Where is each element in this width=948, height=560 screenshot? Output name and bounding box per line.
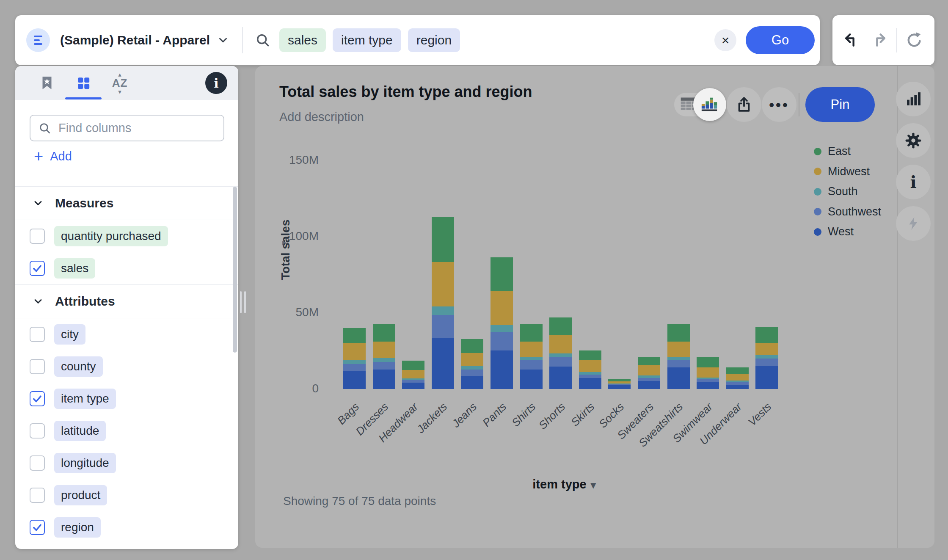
answer-title[interactable]: Total sales by item type and region [279,83,532,101]
bar-shorts-southwest[interactable] [549,357,572,367]
search-token-region[interactable]: region [408,28,460,52]
spotiq-button[interactable] [896,206,931,241]
bar-vests-south[interactable] [755,355,778,359]
menu-icon[interactable] [26,28,50,52]
chart-view-button-active[interactable] [693,88,726,121]
legend-item-west[interactable]: West [814,225,854,238]
more-options-button[interactable]: ••• [762,87,796,122]
bar-shorts-midwest[interactable] [549,335,572,353]
bar-socks-south[interactable] [608,383,631,384]
bar-underwear-east[interactable] [726,367,749,374]
bar-jackets-midwest[interactable] [432,262,454,306]
bar-shirts-southwest[interactable] [520,360,543,370]
column-chip-product[interactable]: product [54,485,107,505]
bar-underwear-south[interactable] [726,381,749,382]
bar-bags-southwest[interactable] [343,364,366,371]
bar-socks-midwest[interactable] [608,381,631,383]
chart-config-button[interactable] [896,82,931,116]
add-column-button[interactable]: + Add [34,146,72,166]
bar-vests-midwest[interactable] [755,343,778,355]
legend-item-south[interactable]: South [814,185,858,198]
bar-sweaters-east[interactable] [638,357,660,365]
bar-underwear-midwest[interactable] [726,374,749,381]
bar-dresses-southwest[interactable] [373,362,395,370]
bar-jackets-southwest[interactable] [432,315,454,338]
checkbox-product[interactable] [30,488,45,503]
bar-sweatshirts-west[interactable] [667,367,690,389]
bar-skirts-midwest[interactable] [579,360,601,372]
bar-dresses-midwest[interactable] [373,342,395,358]
bar-vests-west[interactable] [755,366,778,389]
bar-underwear-southwest[interactable] [726,382,749,385]
checkbox-region[interactable] [30,520,45,535]
bar-jackets-east[interactable] [432,217,454,262]
share-button[interactable] [727,87,761,122]
redo-icon[interactable] [869,31,888,50]
legend-item-east[interactable]: East [814,145,851,158]
bar-pants-west[interactable] [491,350,513,389]
datasource-selector[interactable]: (Sample) Retail - Apparel [60,33,210,47]
bar-bags-south[interactable] [343,360,366,364]
bar-bags-west[interactable] [343,371,366,389]
settings-button[interactable] [896,123,931,158]
bar-sweaters-midwest[interactable] [638,365,660,375]
legend-item-midwest[interactable]: Midwest [814,165,870,178]
bar-dresses-east[interactable] [373,324,395,341]
find-columns-input[interactable] [58,121,212,135]
bar-headwear-east[interactable] [402,361,424,370]
go-button[interactable]: Go [746,26,815,54]
bar-jeans-east[interactable] [461,339,483,353]
bar-headwear-midwest[interactable] [402,370,424,378]
bar-sweatshirts-south[interactable] [667,357,690,360]
bar-bags-east[interactable] [343,328,366,343]
bar-shirts-west[interactable] [520,370,543,389]
x-axis-title[interactable]: item type▾ [513,477,615,491]
bar-socks-east[interactable] [608,379,631,381]
bar-swimwear-southwest[interactable] [697,379,719,382]
bar-shorts-south[interactable] [549,353,572,357]
search-token-item-type[interactable]: item type [333,28,401,52]
checkbox-item-type[interactable] [30,391,45,406]
bar-sweaters-south[interactable] [638,375,660,378]
column-chip-quantity-purchased[interactable]: quantity purchased [54,226,168,246]
bar-swimwear-midwest[interactable] [697,367,719,378]
column-chip-city[interactable]: city [54,324,85,345]
section-header-measures[interactable]: Measures [15,187,238,220]
column-chip-sales[interactable]: sales [54,258,95,279]
bar-shorts-east[interactable] [549,317,572,335]
section-header-attributes[interactable]: Attributes [15,285,238,318]
y-axis-title[interactable]: Total sales [279,207,292,292]
legend-item-southwest[interactable]: Southwest [814,205,881,218]
bar-jeans-west[interactable] [461,376,483,389]
bar-sweatshirts-southwest[interactable] [667,360,690,367]
checkbox-latitude[interactable] [30,423,45,439]
column-chip-latitude[interactable]: latitude [54,421,106,441]
bar-socks-southwest[interactable] [608,384,631,385]
search-tokens[interactable]: salesitem typeregion [279,28,467,52]
bar-shirts-midwest[interactable] [520,342,543,357]
bar-bags-midwest[interactable] [343,343,366,360]
checkbox-longitude[interactable] [30,455,45,471]
bar-skirts-east[interactable] [579,350,601,360]
bar-shorts-west[interactable] [549,367,572,389]
bar-socks-west[interactable] [608,385,631,389]
search-token-sales[interactable]: sales [279,28,326,52]
bar-dresses-west[interactable] [373,370,395,389]
bar-sweatshirts-east[interactable] [667,324,690,342]
bar-dresses-south[interactable] [373,358,395,362]
clear-search-button[interactable]: × [714,29,736,51]
bar-pants-south[interactable] [491,325,513,332]
bar-shirts-south[interactable] [520,357,543,360]
bar-underwear-west[interactable] [726,385,749,389]
bar-headwear-south[interactable] [402,378,424,380]
bar-headwear-west[interactable] [402,383,424,389]
chevron-down-icon[interactable] [217,34,229,47]
bar-jeans-southwest[interactable] [461,370,483,376]
column-chip-longitude[interactable]: longitude [54,453,116,473]
bar-swimwear-east[interactable] [697,357,719,367]
bar-sweatshirts-midwest[interactable] [667,342,690,357]
bar-sweaters-southwest[interactable] [638,378,660,381]
bar-jeans-south[interactable] [461,366,483,370]
tab-sort-az[interactable]: ▴AZ▾ [102,66,138,100]
bar-jackets-west[interactable] [432,338,454,389]
